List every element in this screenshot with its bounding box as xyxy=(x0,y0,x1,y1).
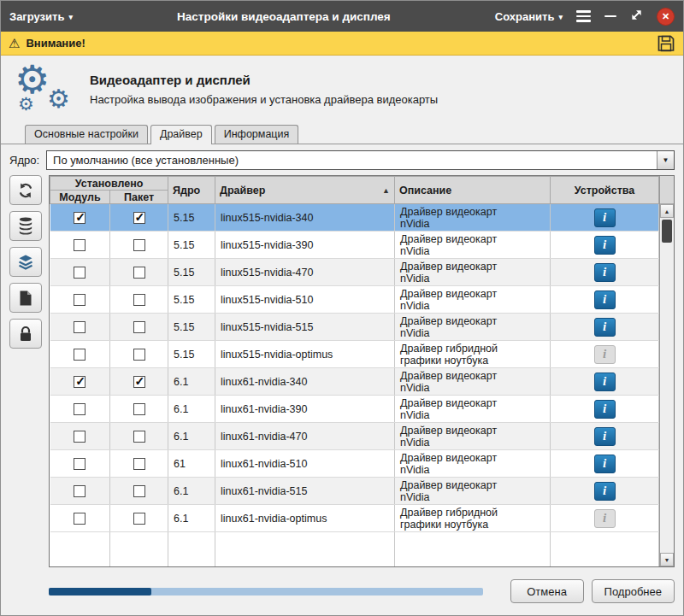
info-button[interactable]: i xyxy=(594,455,616,473)
floppy-save-icon xyxy=(657,34,675,53)
info-icon: i xyxy=(603,374,606,389)
column-header-description[interactable]: Описание xyxy=(395,177,551,204)
kernel-cell: 5.15 xyxy=(168,259,215,286)
scrollbar-thumb[interactable] xyxy=(662,220,672,243)
table-row[interactable]: 5.15 linux515-nvidia-470 Драйвер видеока… xyxy=(50,259,659,286)
module-checkbox[interactable] xyxy=(74,321,86,333)
info-button[interactable]: i xyxy=(594,373,616,391)
package-checkbox[interactable] xyxy=(133,212,145,224)
package-checkbox[interactable] xyxy=(133,321,145,333)
scroll-up-button[interactable]: ▲ xyxy=(660,204,674,218)
column-header-package[interactable]: Пакет xyxy=(110,191,168,204)
driver-cell: linux61-nvidia-510 xyxy=(215,450,395,478)
package-checkbox[interactable] xyxy=(133,239,145,251)
package-checkbox[interactable] xyxy=(133,431,145,443)
module-checkbox[interactable] xyxy=(74,376,86,388)
module-checkbox[interactable] xyxy=(74,513,86,525)
column-header-module[interactable]: Модуль xyxy=(50,191,110,204)
maximize-button[interactable] xyxy=(630,9,643,24)
minimize-button[interactable] xyxy=(604,15,616,18)
details-button[interactable]: Подробнее xyxy=(592,579,675,603)
module-checkbox[interactable] xyxy=(74,458,86,470)
module-checkbox[interactable] xyxy=(74,267,86,279)
package-checkbox[interactable] xyxy=(133,485,145,497)
table-row[interactable]: 5.15 linux515-nvidia-340 Драйвер видеока… xyxy=(50,204,659,232)
table-row[interactable]: 5.15 linux515-nvidia-optimus Драйвер гиб… xyxy=(50,341,659,368)
table-row[interactable]: 6.1 linux61-nvidia-515 Драйвер видеокарт… xyxy=(50,478,659,505)
package-checkbox[interactable] xyxy=(133,267,145,279)
vertical-scrollbar[interactable]: ▲ ▼ xyxy=(659,176,674,566)
info-button[interactable]: i xyxy=(594,208,616,227)
table-row[interactable]: 6.1 linux61-nvidia-optimus Драйвер гибри… xyxy=(50,505,659,532)
module-checkbox[interactable] xyxy=(74,431,86,443)
table-row[interactable]: 6.1 linux61-nvidia-390 Драйвер видеокарт… xyxy=(50,396,659,423)
package-checkbox[interactable] xyxy=(133,403,145,415)
table-row[interactable]: 5.15 linux515-nvidia-515 Драйвер видеока… xyxy=(50,314,659,341)
info-icon: i xyxy=(603,320,606,334)
document-button[interactable] xyxy=(9,283,42,313)
resize-diagonal-icon xyxy=(630,9,643,21)
driver-table-grid: Установлено Ядро Драйвер ▲ Описание Устр… xyxy=(50,176,659,566)
save-menu-button[interactable]: Сохранить ▾ xyxy=(495,10,563,23)
info-button[interactable]: i xyxy=(594,236,616,255)
tab-driver[interactable]: Драйвер xyxy=(150,125,212,144)
info-button[interactable]: i xyxy=(594,509,616,528)
kernel-label: Ядро: xyxy=(9,154,39,167)
info-icon: i xyxy=(603,456,606,471)
info-button[interactable]: i xyxy=(594,263,616,282)
column-header-installed[interactable]: Установлено xyxy=(50,177,168,191)
refresh-button[interactable] xyxy=(9,175,42,205)
tab-basic-settings[interactable]: Основные настройки xyxy=(25,125,148,144)
horizontal-scrollbar[interactable] xyxy=(49,588,483,595)
kernel-select[interactable]: По умолчанию (все установленные) ▼ xyxy=(46,150,675,170)
table-row[interactable]: 6.1 linux61-nvidia-340 Драйвер видеокарт… xyxy=(50,368,659,396)
close-button[interactable]: ✕ xyxy=(657,8,675,26)
horizontal-scrollbar-thumb[interactable] xyxy=(49,588,151,595)
scroll-down-button[interactable]: ▼ xyxy=(660,553,674,566)
module-checkbox[interactable] xyxy=(74,239,86,251)
chevron-down-icon: ▼ xyxy=(663,156,669,164)
driver-table: Установлено Ядро Драйвер ▲ Описание Устр… xyxy=(49,175,675,567)
package-checkbox[interactable] xyxy=(133,513,145,525)
info-button[interactable]: i xyxy=(594,345,616,364)
package-checkbox[interactable] xyxy=(133,458,145,470)
info-button[interactable]: i xyxy=(594,290,616,309)
combo-dropdown-button[interactable]: ▼ xyxy=(657,151,674,169)
info-icon: i xyxy=(603,210,606,225)
layers-button[interactable] xyxy=(9,247,42,277)
module-checkbox[interactable] xyxy=(74,294,86,306)
module-checkbox[interactable] xyxy=(74,212,86,224)
load-menu-button[interactable]: Загрузить ▾ xyxy=(9,10,73,23)
info-button[interactable]: i xyxy=(594,400,616,419)
package-checkbox[interactable] xyxy=(133,376,145,388)
description-cell: Драйвер видеокарт nVidia xyxy=(400,397,510,421)
lock-button[interactable] xyxy=(9,319,42,349)
driver-cell: linux515-nvidia-390 xyxy=(215,232,395,259)
column-header-driver[interactable]: Драйвер ▲ xyxy=(215,177,395,204)
hamburger-menu-button[interactable] xyxy=(576,10,591,22)
description-cell: Драйвер гибридной графики ноутбука xyxy=(400,343,510,367)
info-button[interactable]: i xyxy=(594,427,616,446)
table-row[interactable]: 61 linux61-nvidia-510 Драйвер видеокарт … xyxy=(50,450,659,478)
table-row[interactable]: 6.1 linux61-nvidia-470 Драйвер видеокарт… xyxy=(50,423,659,450)
info-button[interactable]: i xyxy=(594,482,616,501)
info-icon: i xyxy=(603,292,606,307)
gears-icon: ⚙ ⚙ ⚙ xyxy=(11,61,78,117)
table-row[interactable]: 5.15 linux515-nvidia-510 Драйвер видеока… xyxy=(50,286,659,314)
description-cell: Драйвер видеокарт nVidia xyxy=(400,233,510,257)
module-checkbox[interactable] xyxy=(74,485,86,497)
module-checkbox[interactable] xyxy=(74,349,86,361)
module-checkbox[interactable] xyxy=(74,403,86,415)
scrollbar-track[interactable] xyxy=(660,218,674,553)
tab-information[interactable]: Информация xyxy=(215,125,299,144)
save-to-file-button[interactable] xyxy=(657,34,675,53)
database-button[interactable] xyxy=(9,211,42,241)
package-checkbox[interactable] xyxy=(133,294,145,306)
kernel-cell: 5.15 xyxy=(168,286,215,314)
package-checkbox[interactable] xyxy=(133,349,145,361)
column-header-kernel[interactable]: Ядро xyxy=(168,177,215,204)
cancel-button[interactable]: Отмена xyxy=(510,579,584,603)
info-button[interactable]: i xyxy=(594,318,616,337)
table-row[interactable]: 5.15 linux515-nvidia-390 Драйвер видеока… xyxy=(50,232,659,259)
column-header-devices[interactable]: Устройства xyxy=(551,177,659,204)
